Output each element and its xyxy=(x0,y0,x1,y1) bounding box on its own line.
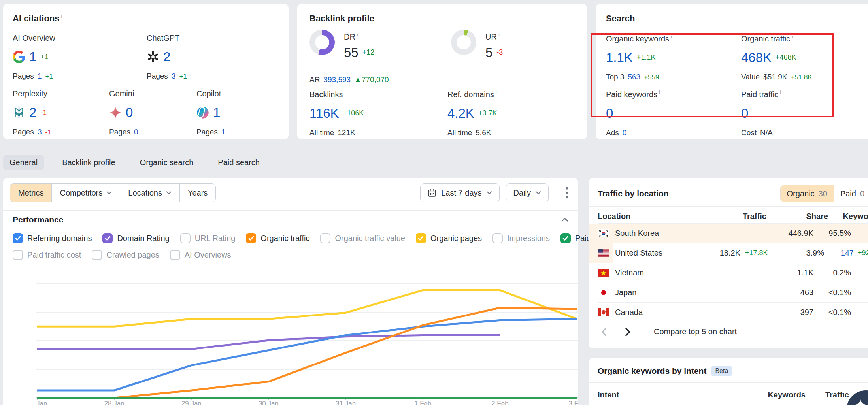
tab-backlink-profile[interactable]: Backlink profile xyxy=(56,155,122,170)
ar-value[interactable]: 393,593 xyxy=(323,75,351,84)
paid-keywords-value[interactable]: 0 xyxy=(606,106,613,121)
backlink-profile-card: Backlink profile DRi 55 +12 AR 393,593 ▲… xyxy=(297,4,587,139)
info-icon[interactable]: i xyxy=(659,89,660,95)
search-card: Search Organic keywordsi 1.1K +1.1K Top … xyxy=(596,4,868,139)
ref-domains-value[interactable]: 4.2K xyxy=(447,106,474,121)
filter-segment-competitors[interactable]: Competitors xyxy=(52,184,120,202)
performance-card: MetricsCompetitorsLocationsYears Last 7 … xyxy=(3,178,578,405)
gemini-icon xyxy=(109,106,122,119)
paid-traffic-metric: Paid traffici 0 Cost N/A xyxy=(741,89,781,137)
toggle-paid[interactable]: Paid 0 xyxy=(834,185,868,202)
pages-count[interactable]: 1 xyxy=(38,72,42,81)
ads-count[interactable]: 0 xyxy=(623,128,627,137)
col-keywords[interactable]: Keywords xyxy=(828,212,868,221)
metric-checkbox-impressions[interactable]: Impressions xyxy=(492,233,550,243)
metric-checkbox-organic-traffic[interactable]: Organic traffic xyxy=(246,233,309,243)
location-keywords-link[interactable]: 19 xyxy=(851,268,868,277)
checkbox-icon xyxy=(13,233,23,243)
info-icon[interactable]: i xyxy=(780,89,781,95)
col-location[interactable]: Location xyxy=(598,212,698,221)
organic-keywords-value[interactable]: 1.1K xyxy=(606,50,633,65)
col-intent[interactable]: Intent xyxy=(598,390,758,399)
backlinks-value[interactable]: 116K xyxy=(309,106,339,121)
collapse-chevron-up-icon[interactable] xyxy=(561,217,568,222)
ai-overview-count[interactable]: 1 xyxy=(29,49,36,64)
tab-organic-search[interactable]: Organic search xyxy=(134,155,200,170)
location-keywords-link[interactable]: 147 xyxy=(824,249,854,258)
pages-count[interactable]: 3 xyxy=(38,128,42,136)
checkbox-icon xyxy=(102,233,113,243)
info-icon[interactable]: i xyxy=(496,89,497,95)
granularity-button[interactable]: Daily xyxy=(506,183,549,202)
traffic-location-title: Traffic by location xyxy=(598,189,669,198)
tab-paid-search[interactable]: Paid search xyxy=(211,155,266,170)
backlinks-metric: Backlinksi 116K +106K All time 121K xyxy=(309,89,364,137)
compare-top5-link[interactable]: Compare top 5 on chart xyxy=(654,327,737,336)
location-name: South Korea xyxy=(615,229,762,238)
paid-traffic-value[interactable]: 0 xyxy=(741,106,748,121)
info-icon[interactable]: i xyxy=(344,89,345,95)
chevron-left-icon[interactable] xyxy=(601,328,607,336)
ca-flag-icon xyxy=(598,308,615,316)
info-icon[interactable]: i xyxy=(357,32,358,38)
checkbox-icon xyxy=(92,250,102,260)
gemini-metric: Gemini 0 Pages 0 xyxy=(109,89,138,136)
organic-keywords-metric: Organic keywordsi 1.1K +1.1K Top 3 563 +… xyxy=(606,34,672,81)
organic-traffic-value[interactable]: 468K xyxy=(741,50,772,65)
us-flag-icon xyxy=(598,249,615,257)
metric-label: Domain Rating xyxy=(117,234,169,243)
chatgpt-count[interactable]: 2 xyxy=(163,49,170,64)
google-icon xyxy=(13,51,25,63)
info-icon[interactable]: i xyxy=(498,32,500,38)
col-traffic[interactable]: Traffic xyxy=(806,390,849,399)
metric-toggles-row-2: Paid traffic costCrawled pagesAI Overvie… xyxy=(13,248,231,262)
copilot-count[interactable]: 1 xyxy=(213,105,220,120)
paid-keywords-metric: Paid keywordsi 0 Ads 0 xyxy=(606,89,660,137)
traffic-value-usd: $51.9K xyxy=(763,73,787,81)
toggle-organic[interactable]: Organic 30 xyxy=(781,185,834,202)
kebab-menu-icon[interactable] xyxy=(565,187,568,199)
top3-count[interactable]: 563 xyxy=(628,73,640,81)
gemini-count[interactable]: 0 xyxy=(126,105,133,120)
metric-checkbox-ai-overviews[interactable]: AI Overviews xyxy=(170,250,231,260)
traffic-location-header: Traffic by location Organic 30 Paid 0 xyxy=(598,185,868,202)
info-icon[interactable]: i xyxy=(792,34,793,40)
location-keywords-link[interactable]: 1K xyxy=(851,229,868,238)
chevron-right-icon[interactable] xyxy=(625,328,631,336)
chevron-down-icon xyxy=(536,191,541,195)
info-icon[interactable]: i xyxy=(61,13,62,19)
col-share[interactable]: Share xyxy=(766,212,828,221)
ai-citations-title: AI citationsi xyxy=(13,13,62,24)
metric-label: Paid traffic cost xyxy=(27,251,81,260)
location-keywords-link[interactable]: 21 xyxy=(851,288,868,297)
perplexity-count[interactable]: 2 xyxy=(29,105,36,120)
checkbox-icon xyxy=(13,250,23,260)
tab-general[interactable]: General xyxy=(3,155,44,170)
location-row-united-states: United States18.2K+17.8K3.9%147+92 xyxy=(598,243,868,263)
info-icon[interactable]: i xyxy=(671,34,672,40)
location-table-header: Location Traffic Share Keywords xyxy=(598,209,868,223)
col-keywords[interactable]: Keywords xyxy=(758,390,806,399)
location-traffic: 397 xyxy=(762,308,813,317)
x-tick-label: 3 Feb xyxy=(568,400,578,405)
location-share: 95.5% xyxy=(813,229,851,238)
filter-segment-metrics[interactable]: Metrics xyxy=(10,184,52,202)
metric-checkbox-referring-domains[interactable]: Referring domains xyxy=(13,233,92,243)
pages-count[interactable]: 3 xyxy=(172,72,176,81)
metric-checkbox-organic-traffic-value[interactable]: Organic traffic value xyxy=(320,233,405,243)
pages-count[interactable]: 1 xyxy=(221,128,226,136)
metric-checkbox-paid-traffic-cost[interactable]: Paid traffic cost xyxy=(13,250,81,260)
divider xyxy=(589,382,868,383)
organic-traffic-metric: Organic traffici 468K +468K Value $51.9K… xyxy=(741,34,812,81)
metric-checkbox-url-rating[interactable]: URL Rating xyxy=(180,233,236,243)
date-range-button[interactable]: Last 7 days xyxy=(420,183,499,202)
metric-checkbox-domain-rating[interactable]: Domain Rating xyxy=(102,233,169,243)
col-traffic[interactable]: Traffic xyxy=(698,212,766,221)
filter-segment-locations[interactable]: Locations xyxy=(120,184,180,202)
location-keywords-link[interactable]: 24 xyxy=(851,308,868,317)
filter-segment-years[interactable]: Years xyxy=(180,184,215,202)
metric-label: Organic traffic xyxy=(260,234,309,243)
metric-checkbox-crawled-pages[interactable]: Crawled pages xyxy=(92,250,159,260)
metric-checkbox-organic-pages[interactable]: Organic pages xyxy=(416,233,482,243)
pages-count[interactable]: 0 xyxy=(134,128,138,136)
